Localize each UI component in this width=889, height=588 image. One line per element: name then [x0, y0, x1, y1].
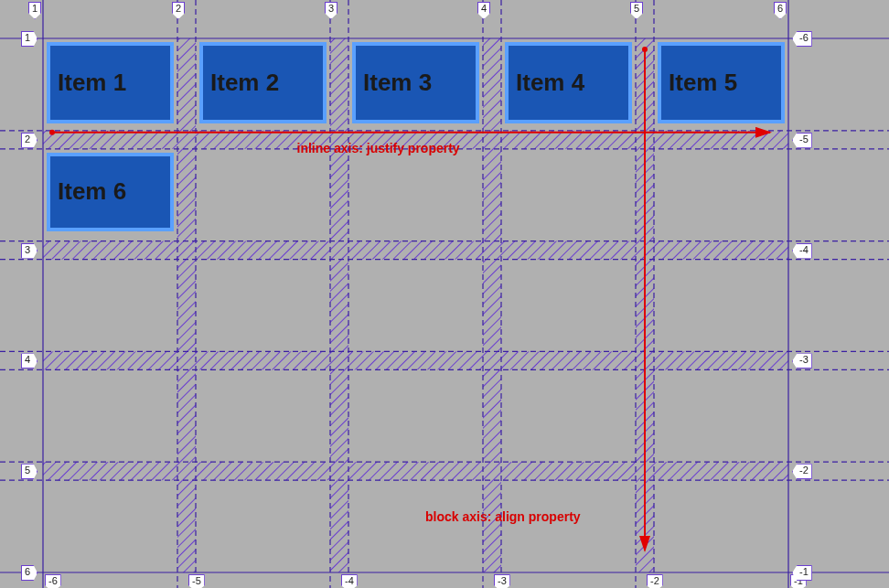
- svg-rect-4: [483, 38, 501, 572]
- row-line-number-negative: -5: [792, 133, 812, 148]
- svg-point-31: [49, 130, 55, 135]
- svg-text:block axis: align property: block axis: align property: [425, 509, 581, 524]
- svg-rect-9: [43, 462, 788, 480]
- row-line-number-positive: 5: [21, 464, 37, 479]
- item-label: Item 5: [669, 69, 737, 97]
- row-line-number-positive: 6: [21, 565, 37, 581]
- row-line-number-positive: 1: [21, 31, 37, 47]
- svg-rect-8: [43, 351, 788, 369]
- svg-rect-7: [43, 241, 788, 260]
- col-line-number-negative: -5: [188, 574, 205, 588]
- col-line-number-negative: -4: [341, 574, 358, 588]
- row-line-number-positive: 4: [21, 353, 37, 369]
- row-line-number-negative: -4: [792, 243, 812, 259]
- grid-item-3: Item 3: [352, 42, 479, 123]
- svg-rect-6: [43, 131, 788, 149]
- row-line-number-positive: 2: [21, 133, 37, 148]
- grid-item-6: Item 6: [47, 153, 174, 231]
- svg-text:inline axis: justify property: inline axis: justify property: [297, 141, 460, 155]
- grid-item-5: Item 5: [658, 42, 785, 123]
- row-line-number-negative: -2: [792, 464, 812, 479]
- col-line-number-positive: 2: [172, 2, 185, 19]
- item-label: Item 4: [516, 69, 584, 97]
- grid-item-1: Item 1: [47, 42, 174, 123]
- col-line-number-positive: 3: [325, 2, 337, 19]
- svg-rect-2: [177, 38, 196, 572]
- item-label: Item 6: [58, 177, 126, 206]
- svg-rect-5: [636, 38, 654, 572]
- row-line-number-negative: -6: [792, 31, 812, 47]
- row-line-number-positive: 3: [21, 243, 37, 259]
- col-line-number-negative: -2: [647, 574, 663, 588]
- grid-item-4: Item 4: [505, 42, 632, 123]
- col-line-number-positive: 1: [28, 2, 41, 19]
- row-line-number-negative: -3: [792, 353, 812, 369]
- item-label: Item 3: [363, 69, 432, 97]
- col-line-number-positive: 6: [774, 2, 787, 19]
- item-label: Item 1: [58, 69, 126, 97]
- col-line-number-negative: -3: [494, 574, 510, 588]
- svg-point-34: [642, 47, 648, 52]
- col-line-number-positive: 4: [477, 2, 490, 19]
- col-line-number-negative: -6: [45, 574, 61, 588]
- item-label: Item 2: [210, 69, 279, 97]
- svg-rect-3: [330, 38, 348, 572]
- grid-item-2: Item 2: [199, 42, 327, 123]
- col-line-number-positive: 5: [630, 2, 643, 19]
